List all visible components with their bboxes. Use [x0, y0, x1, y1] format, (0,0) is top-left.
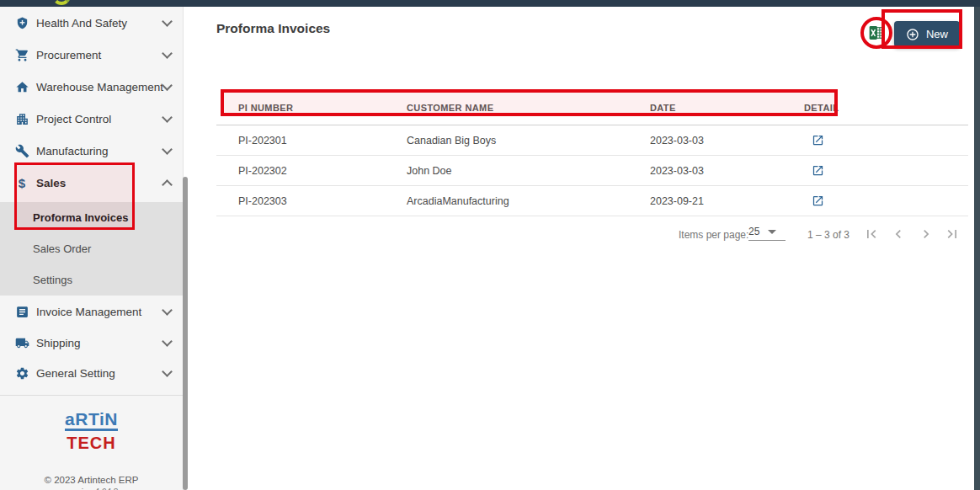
artintech-logo-tech: TECH	[0, 433, 183, 453]
submenu-item-settings[interactable]: Settings	[0, 264, 183, 296]
cell-date: 2023-03-03	[650, 135, 704, 146]
next-page-button[interactable]	[916, 224, 936, 244]
cell-customer-name: John Doe	[407, 165, 452, 177]
sidebar-item-procurement[interactable]: Procurement	[0, 39, 183, 71]
sidebar-footer: aRTiN TECH © 2023 Artintech ERP version …	[0, 395, 183, 490]
last-page-icon	[944, 226, 961, 242]
company-logo-icon	[52, 0, 71, 5]
building-icon	[13, 111, 30, 126]
open-in-new-icon	[812, 164, 824, 177]
main-content: Proforma Invoices New PI NUMBER CUSTOMER…	[184, 7, 974, 490]
table-row: PI-202301 Canadian Big Boys 2023-03-03	[216, 125, 968, 156]
wrench-icon	[13, 143, 30, 158]
submenu-item-sales-order[interactable]: Sales Order	[0, 233, 183, 264]
open-detail-button[interactable]	[812, 164, 824, 177]
chevron-down-icon	[162, 366, 173, 377]
invoice-icon	[13, 304, 30, 319]
sidebar-item-label: Sales	[36, 177, 163, 189]
cell-pi-number: PI-202303	[238, 195, 287, 207]
open-in-new-icon	[812, 194, 824, 207]
sidebar-item-label: General Setting	[36, 367, 163, 380]
sidebar-item-warehouse-management[interactable]: Warehouse Management	[0, 71, 183, 103]
sidebar-item-health-and-safety[interactable]: Health And Safety	[0, 7, 183, 39]
column-header-date[interactable]: DATE	[650, 103, 676, 113]
sidebar-item-project-control[interactable]: Project Control	[0, 103, 183, 135]
truck-icon	[13, 335, 30, 350]
chevron-right-icon	[918, 226, 935, 242]
topbar	[0, 0, 980, 7]
chevron-down-icon	[162, 144, 173, 155]
copyright-text: © 2023 Artintech ERP	[0, 475, 183, 485]
add-circle-icon	[906, 28, 919, 41]
new-button[interactable]: New	[894, 21, 960, 47]
sidebar-item-label: Procurement	[36, 49, 163, 61]
first-page-button[interactable]	[861, 224, 881, 244]
column-header-customer-name[interactable]: CUSTOMER NAME	[407, 103, 493, 113]
table-row: PI-202303 ArcadiaManufacturing 2023-09-2…	[216, 186, 968, 216]
cart-icon	[13, 47, 30, 62]
sidebar-item-general-setting[interactable]: General Setting	[0, 358, 183, 388]
submenu-item-label: Settings	[33, 274, 72, 286]
chevron-down-icon	[162, 336, 173, 347]
column-header-pi-number[interactable]: PI NUMBER	[238, 103, 293, 113]
cell-pi-number: PI-202302	[238, 165, 287, 177]
sidebar-item-invoice-management[interactable]: Invoice Management	[0, 296, 183, 328]
page-title: Proforma Invoices	[216, 21, 330, 36]
cell-customer-name: Canadian Big Boys	[407, 135, 496, 146]
items-per-page-select[interactable]: 25	[748, 226, 786, 241]
chevron-down-icon	[162, 48, 173, 59]
pagination-bar: Items per page: 25 1 – 3 of 3	[216, 214, 968, 251]
sidebar-item-sales[interactable]: $ Sales	[0, 167, 183, 199]
dollar-icon: $	[13, 175, 30, 190]
artintech-logo: aRTiN	[65, 410, 118, 431]
excel-icon	[868, 24, 885, 41]
sidebar-item-label: Warehouse Management	[36, 81, 163, 93]
pagination-range-label: 1 – 3 of 3	[807, 229, 850, 241]
sidebar-item-shipping[interactable]: Shipping	[0, 328, 183, 358]
sidebar-item-label: Manufacturing	[36, 145, 163, 157]
items-per-page-label: Items per page:	[679, 229, 748, 241]
sidebar-item-label: Project Control	[36, 113, 163, 125]
submenu-item-label: Proforma Invoices	[33, 211, 128, 224]
chevron-down-icon	[162, 80, 173, 91]
shield-plus-icon	[13, 15, 30, 30]
submenu-item-label: Sales Order	[33, 242, 91, 255]
last-page-button[interactable]	[942, 224, 962, 244]
sidebar-item-manufacturing[interactable]: Manufacturing	[0, 135, 183, 167]
sidebar-item-label: Shipping	[36, 337, 163, 349]
chevron-left-icon	[890, 226, 907, 242]
cell-customer-name: ArcadiaManufacturing	[407, 195, 509, 207]
cell-date: 2023-03-03	[650, 165, 704, 177]
sidebar-scrollbar[interactable]	[183, 177, 188, 490]
export-excel-button[interactable]	[863, 19, 890, 46]
caret-down-icon	[768, 230, 776, 234]
submenu-item-proforma-invoices[interactable]: Proforma Invoices	[0, 202, 183, 233]
sidebar: Health And Safety Procurement Warehouse …	[0, 7, 184, 490]
open-in-new-icon	[812, 134, 824, 146]
column-header-detail: DETAIL	[804, 103, 839, 113]
sidebar-item-label: Health And Safety	[36, 17, 163, 29]
new-button-label: New	[926, 28, 948, 40]
chevron-down-icon	[162, 305, 173, 316]
cell-pi-number: PI-202301	[238, 135, 287, 146]
open-detail-button[interactable]	[812, 134, 824, 146]
home-icon	[13, 79, 30, 94]
sales-submenu: Proforma Invoices Sales Order Settings	[0, 202, 183, 296]
proforma-invoices-table: PI NUMBER CUSTOMER NAME DATE DETAIL PI-2…	[216, 90, 968, 216]
chevron-up-icon	[162, 179, 173, 190]
previous-page-button[interactable]	[888, 224, 908, 244]
window-scrollbar[interactable]	[974, 7, 980, 490]
chevron-down-icon	[162, 112, 173, 123]
items-per-page-value: 25	[748, 226, 759, 237]
table-row: PI-202302 John Doe 2023-03-03	[216, 156, 968, 186]
open-detail-button[interactable]	[812, 194, 824, 207]
gear-icon	[13, 365, 30, 381]
sidebar-item-label: Invoice Management	[36, 306, 163, 318]
table-header-row: PI NUMBER CUSTOMER NAME DATE DETAIL	[216, 90, 968, 125]
cell-date: 2023-09-21	[650, 195, 704, 207]
chevron-down-icon	[162, 16, 173, 27]
first-page-icon	[863, 226, 880, 242]
